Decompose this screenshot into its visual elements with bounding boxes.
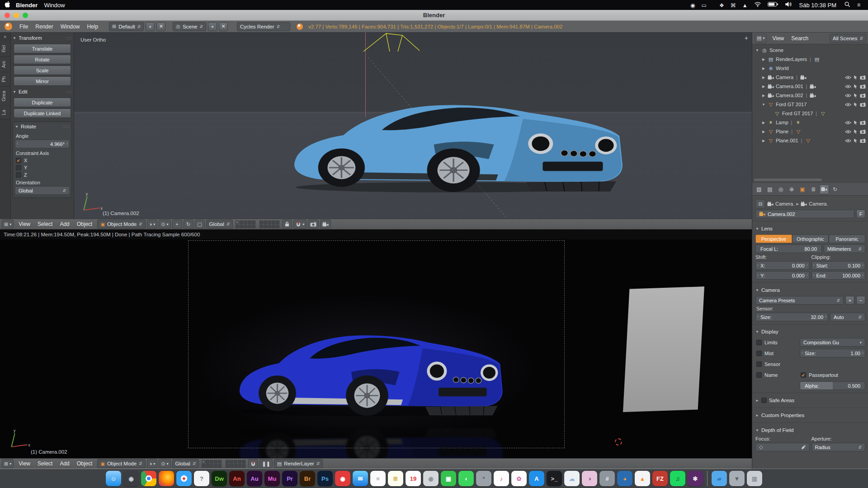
selectable-toggle-icon[interactable] bbox=[854, 138, 858, 143]
properties-tab-world[interactable]: ⊕ bbox=[787, 184, 797, 194]
selectable-toggle-icon[interactable] bbox=[854, 84, 858, 89]
disclosure-icon[interactable]: ▶ bbox=[761, 57, 766, 61]
opengl-render-button[interactable] bbox=[308, 220, 319, 229]
blender-logo-icon[interactable] bbox=[5, 23, 12, 30]
toolshelf-tab-rel[interactable]: Rel bbox=[0, 41, 10, 57]
dock-icon-utility[interactable]: # bbox=[599, 471, 615, 486]
volume-icon[interactable] bbox=[785, 1, 792, 7]
lock-to-scene-toggle[interactable] bbox=[282, 220, 292, 229]
properties-tab-render[interactable]: ▧ bbox=[754, 184, 764, 194]
selectable-toggle-icon[interactable] bbox=[854, 129, 858, 134]
hide-toggle-icon[interactable] bbox=[845, 120, 851, 125]
axis-x-checkbox[interactable]: ✔X bbox=[16, 158, 69, 163]
hide-toggle-icon[interactable] bbox=[845, 138, 851, 143]
properties-tab-data[interactable] bbox=[819, 184, 829, 194]
snap-toggle[interactable]: ▾ bbox=[293, 220, 307, 229]
outliner-item[interactable]: ▶ Camera| bbox=[752, 73, 868, 82]
renderable-toggle-icon[interactable] bbox=[860, 93, 866, 98]
viewport-menu-view[interactable]: View bbox=[15, 221, 34, 227]
outliner-item[interactable]: ▶ ▽Plane|▽ bbox=[752, 127, 868, 136]
eyedropper-icon[interactable] bbox=[802, 445, 806, 450]
outliner-menu-search[interactable]: Search bbox=[788, 35, 812, 42]
camera-presets-dropdown[interactable]: Camera Presets ⇵ bbox=[755, 296, 844, 305]
sensor-size-field[interactable]: ‹ Size: 32.00 › bbox=[755, 313, 828, 321]
dock-icon-audition[interactable]: Au bbox=[247, 471, 262, 486]
mode-selector[interactable]: ▣ Object Mode ⇵ bbox=[97, 220, 145, 229]
viewport-menu-add[interactable]: Add bbox=[56, 460, 73, 467]
fake-user-button[interactable]: F bbox=[856, 210, 865, 218]
dock-icon-dreamweaver[interactable]: Dw bbox=[212, 471, 227, 486]
camera-wireframe[interactable] bbox=[363, 33, 421, 52]
outliner-item[interactable]: ▽Ford GT 2017|▽ bbox=[752, 109, 868, 118]
layer-toggle[interactable] bbox=[248, 221, 251, 224]
scene-selector[interactable]: ◎ Scene ⇵ bbox=[173, 22, 206, 31]
layer-toggle[interactable] bbox=[259, 225, 263, 228]
layer-toggle[interactable] bbox=[210, 464, 213, 468]
dock-icon-contacts[interactable]: ◉ bbox=[423, 471, 439, 486]
disclosure-icon[interactable]: ▶ bbox=[761, 121, 766, 125]
dock-icon-color-app[interactable]: ◑ bbox=[582, 471, 597, 486]
add-preset-button[interactable]: + bbox=[845, 296, 854, 305]
pin-id-button[interactable]: ⊟ bbox=[755, 199, 765, 208]
properties-tab-physics[interactable]: ↻ bbox=[830, 184, 840, 194]
info-menu-help[interactable]: Help bbox=[83, 23, 102, 30]
dock-icon-bridge[interactable]: Br bbox=[300, 471, 315, 486]
layer-toggle[interactable] bbox=[264, 225, 267, 228]
dock-icon-muse[interactable]: Mu bbox=[264, 471, 280, 486]
layer-toggle[interactable] bbox=[206, 460, 209, 464]
dock-icon-textedit[interactable]: ≡ bbox=[370, 471, 386, 486]
axis-z-checkbox[interactable]: Z bbox=[16, 172, 69, 178]
dock-icon-animate[interactable]: An bbox=[229, 471, 245, 486]
focal-length-field[interactable]: Focal L: 80.00 bbox=[755, 244, 822, 253]
outliner-scope-selector[interactable]: All Scenes ⇵ bbox=[830, 34, 866, 43]
composition-guides-dropdown[interactable]: Composition Gu ▾ bbox=[800, 338, 865, 347]
info-menu-window[interactable]: Window bbox=[57, 23, 84, 30]
clip-start-field[interactable]: ‹ Start: 0.100 › bbox=[811, 261, 866, 270]
passepartout-checkbox[interactable]: ✔Passepartout bbox=[801, 372, 864, 378]
zoom-window-button[interactable] bbox=[23, 13, 28, 18]
edit-panel-header[interactable]: ▼ Edit :::: bbox=[13, 87, 72, 96]
layer-toggle[interactable] bbox=[244, 225, 247, 228]
layer-toggle[interactable] bbox=[214, 460, 217, 464]
close-layout-button[interactable]: ✕ bbox=[156, 22, 165, 31]
outliner-item[interactable]: ▶ ⊕World bbox=[752, 64, 868, 73]
hide-toggle-icon[interactable] bbox=[845, 102, 851, 107]
dock-icon-safari[interactable]: ✦ bbox=[176, 471, 192, 486]
dock-icon-blender[interactable]: ◕ bbox=[617, 471, 632, 486]
lens-type-perspective[interactable]: Perspective bbox=[755, 235, 792, 243]
dock-icon-app-store[interactable]: A bbox=[529, 471, 544, 486]
dock-icon-system-preferences[interactable]: * bbox=[476, 471, 491, 486]
viewport-menu-select[interactable]: Select bbox=[34, 460, 56, 467]
layer-toggle[interactable] bbox=[272, 221, 275, 224]
disclosure-icon[interactable]: ▼ bbox=[755, 48, 760, 52]
layer-toggle[interactable] bbox=[218, 464, 222, 468]
lens-panel-header[interactable]: ▼ Lens bbox=[755, 224, 865, 233]
outliner-item[interactable]: ▶ ▽Plane.001|▽ bbox=[752, 136, 868, 145]
shift-y-field[interactable]: ‹ Y: 0.000 › bbox=[755, 271, 810, 280]
layer-toggle[interactable] bbox=[230, 464, 233, 468]
viewport-menu-select[interactable]: Select bbox=[34, 221, 56, 227]
mode-selector[interactable]: ▣ Object Mode ⇵ bbox=[97, 459, 145, 468]
layer-toggle[interactable] bbox=[218, 460, 222, 464]
toolshelf-tab-la[interactable]: La bbox=[0, 106, 10, 120]
hide-toggle-icon[interactable] bbox=[845, 93, 851, 98]
wifi-icon[interactable] bbox=[754, 1, 761, 7]
ford-gt-model[interactable] bbox=[280, 80, 633, 199]
disclosure-icon[interactable]: ▶ bbox=[761, 94, 766, 98]
dock-icon-downloads[interactable]: ▼ bbox=[729, 471, 745, 486]
breadcrumb-data[interactable]: Camera. bbox=[809, 201, 828, 206]
dock-icon-trash[interactable]: ▥ bbox=[747, 471, 762, 486]
dock-icon-photos[interactable]: ✿ bbox=[511, 471, 527, 486]
dock-icon-mail[interactable]: ✉ bbox=[353, 471, 368, 486]
layer-toggle[interactable] bbox=[276, 221, 279, 224]
info-menu-file[interactable]: File bbox=[16, 23, 32, 30]
dock-icon-slack[interactable]: ✻ bbox=[688, 471, 703, 486]
viewport-shading-selector[interactable]: ◑▾ bbox=[147, 459, 158, 468]
outliner-item[interactable]: ▼ ◎Scene bbox=[752, 46, 868, 55]
dock-icon-notes[interactable]: ≣ bbox=[388, 471, 403, 486]
ford-gt-render[interactable] bbox=[228, 312, 511, 422]
tabstrip-grip-icon[interactable]: ≡ bbox=[4, 33, 7, 41]
notification-center-icon[interactable]: ≡ bbox=[857, 2, 860, 8]
layer-toggle[interactable] bbox=[234, 460, 237, 464]
battery-icon[interactable] bbox=[768, 1, 778, 7]
